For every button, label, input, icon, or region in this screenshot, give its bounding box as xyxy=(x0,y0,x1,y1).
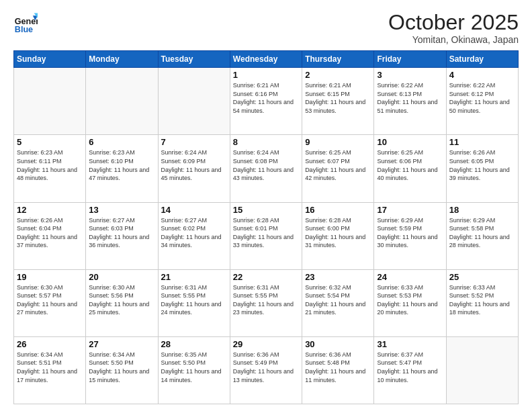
day-info: Sunrise: 6:25 AM Sunset: 6:06 PM Dayligh… xyxy=(377,148,443,182)
calendar-cell: 7Sunrise: 6:24 AM Sunset: 6:09 PM Daylig… xyxy=(158,135,230,202)
day-info: Sunrise: 6:29 AM Sunset: 5:59 PM Dayligh… xyxy=(377,216,443,250)
day-info: Sunrise: 6:26 AM Sunset: 6:05 PM Dayligh… xyxy=(449,148,515,182)
day-number: 6 xyxy=(89,137,154,147)
calendar-cell: 25Sunrise: 6:33 AM Sunset: 5:52 PM Dayli… xyxy=(446,269,518,336)
day-number: 22 xyxy=(233,272,299,282)
day-info: Sunrise: 6:22 AM Sunset: 6:13 PM Dayligh… xyxy=(377,81,443,115)
calendar-cell: 9Sunrise: 6:25 AM Sunset: 6:07 PM Daylig… xyxy=(302,135,374,202)
day-info: Sunrise: 6:30 AM Sunset: 5:56 PM Dayligh… xyxy=(89,283,154,317)
calendar-cell: 1Sunrise: 6:21 AM Sunset: 6:16 PM Daylig… xyxy=(230,68,302,135)
calendar-cell: 4Sunrise: 6:22 AM Sunset: 6:12 PM Daylig… xyxy=(446,68,518,135)
day-number: 27 xyxy=(89,339,154,349)
logo-icon: General Blue xyxy=(13,11,38,35)
location: Yomitan, Okinawa, Japan xyxy=(388,34,519,45)
day-info: Sunrise: 6:23 AM Sunset: 6:10 PM Dayligh… xyxy=(89,148,154,182)
week-row-1: 1Sunrise: 6:21 AM Sunset: 6:16 PM Daylig… xyxy=(14,68,519,135)
day-number: 5 xyxy=(17,137,83,147)
day-info: Sunrise: 6:29 AM Sunset: 5:58 PM Dayligh… xyxy=(449,216,515,250)
day-info: Sunrise: 6:31 AM Sunset: 5:55 PM Dayligh… xyxy=(161,283,227,317)
calendar-cell: 27Sunrise: 6:34 AM Sunset: 5:50 PM Dayli… xyxy=(86,336,158,404)
day-number: 11 xyxy=(449,137,515,147)
day-info: Sunrise: 6:21 AM Sunset: 6:15 PM Dayligh… xyxy=(305,81,371,115)
weekday-header-row: SundayMondayTuesdayWednesdayThursdayFrid… xyxy=(14,51,519,68)
calendar-table: SundayMondayTuesdayWednesdayThursdayFrid… xyxy=(13,50,519,404)
logo: General Blue xyxy=(13,11,40,35)
week-row-5: 26Sunrise: 6:34 AM Sunset: 5:51 PM Dayli… xyxy=(14,336,519,404)
day-number: 29 xyxy=(233,339,299,349)
day-info: Sunrise: 6:22 AM Sunset: 6:12 PM Dayligh… xyxy=(449,81,515,115)
day-info: Sunrise: 6:27 AM Sunset: 6:02 PM Dayligh… xyxy=(161,216,227,250)
day-number: 23 xyxy=(305,272,371,282)
day-info: Sunrise: 6:36 AM Sunset: 5:48 PM Dayligh… xyxy=(305,351,371,384)
calendar-cell: 29Sunrise: 6:36 AM Sunset: 5:49 PM Dayli… xyxy=(230,336,302,404)
day-info: Sunrise: 6:28 AM Sunset: 6:00 PM Dayligh… xyxy=(305,216,371,250)
calendar-cell: 28Sunrise: 6:35 AM Sunset: 5:50 PM Dayli… xyxy=(158,336,230,404)
day-info: Sunrise: 6:26 AM Sunset: 6:04 PM Dayligh… xyxy=(17,216,83,250)
calendar-cell: 8Sunrise: 6:24 AM Sunset: 6:08 PM Daylig… xyxy=(230,135,302,202)
day-info: Sunrise: 6:34 AM Sunset: 5:51 PM Dayligh… xyxy=(17,351,83,384)
day-number: 8 xyxy=(233,137,299,147)
day-info: Sunrise: 6:34 AM Sunset: 5:50 PM Dayligh… xyxy=(89,351,154,384)
day-number: 15 xyxy=(233,205,299,215)
day-info: Sunrise: 6:33 AM Sunset: 5:53 PM Dayligh… xyxy=(377,283,443,317)
calendar-cell: 26Sunrise: 6:34 AM Sunset: 5:51 PM Dayli… xyxy=(14,336,86,404)
day-number: 20 xyxy=(89,272,154,282)
day-info: Sunrise: 6:30 AM Sunset: 5:57 PM Dayligh… xyxy=(17,283,83,317)
weekday-header-thursday: Thursday xyxy=(302,51,374,68)
day-info: Sunrise: 6:33 AM Sunset: 5:52 PM Dayligh… xyxy=(449,283,515,317)
month-title: October 2025 xyxy=(388,11,519,34)
day-info: Sunrise: 6:32 AM Sunset: 5:54 PM Dayligh… xyxy=(305,283,371,317)
calendar-cell: 31Sunrise: 6:37 AM Sunset: 5:47 PM Dayli… xyxy=(374,336,446,404)
calendar-cell: 10Sunrise: 6:25 AM Sunset: 6:06 PM Dayli… xyxy=(374,135,446,202)
calendar-cell: 22Sunrise: 6:31 AM Sunset: 5:55 PM Dayli… xyxy=(230,269,302,336)
day-number: 1 xyxy=(233,70,299,80)
calendar-cell: 6Sunrise: 6:23 AM Sunset: 6:10 PM Daylig… xyxy=(86,135,158,202)
calendar-cell xyxy=(86,68,158,135)
day-number: 21 xyxy=(161,272,227,282)
calendar-cell: 30Sunrise: 6:36 AM Sunset: 5:48 PM Dayli… xyxy=(302,336,374,404)
weekday-header-tuesday: Tuesday xyxy=(158,51,230,68)
weekday-header-friday: Friday xyxy=(374,51,446,68)
weekday-header-saturday: Saturday xyxy=(446,51,518,68)
day-info: Sunrise: 6:31 AM Sunset: 5:55 PM Dayligh… xyxy=(233,283,299,317)
day-info: Sunrise: 6:35 AM Sunset: 5:50 PM Dayligh… xyxy=(161,351,227,384)
day-number: 7 xyxy=(161,137,227,147)
day-number: 19 xyxy=(17,272,83,282)
day-info: Sunrise: 6:24 AM Sunset: 6:09 PM Dayligh… xyxy=(161,148,227,182)
calendar-cell: 2Sunrise: 6:21 AM Sunset: 6:15 PM Daylig… xyxy=(302,68,374,135)
day-number: 3 xyxy=(377,70,443,80)
day-number: 24 xyxy=(377,272,443,282)
day-info: Sunrise: 6:36 AM Sunset: 5:49 PM Dayligh… xyxy=(233,351,299,384)
day-number: 31 xyxy=(377,339,443,349)
calendar-cell: 11Sunrise: 6:26 AM Sunset: 6:05 PM Dayli… xyxy=(446,135,518,202)
day-number: 13 xyxy=(89,205,154,215)
day-info: Sunrise: 6:24 AM Sunset: 6:08 PM Dayligh… xyxy=(233,148,299,182)
calendar-cell: 17Sunrise: 6:29 AM Sunset: 5:59 PM Dayli… xyxy=(374,202,446,269)
calendar-cell: 3Sunrise: 6:22 AM Sunset: 6:13 PM Daylig… xyxy=(374,68,446,135)
day-number: 28 xyxy=(161,339,227,349)
day-number: 17 xyxy=(377,205,443,215)
weekday-header-wednesday: Wednesday xyxy=(230,51,302,68)
weekday-header-sunday: Sunday xyxy=(14,51,86,68)
day-info: Sunrise: 6:37 AM Sunset: 5:47 PM Dayligh… xyxy=(377,351,443,384)
day-number: 16 xyxy=(305,205,371,215)
week-row-3: 12Sunrise: 6:26 AM Sunset: 6:04 PM Dayli… xyxy=(14,202,519,269)
calendar-cell: 5Sunrise: 6:23 AM Sunset: 6:11 PM Daylig… xyxy=(14,135,86,202)
calendar-cell: 12Sunrise: 6:26 AM Sunset: 6:04 PM Dayli… xyxy=(14,202,86,269)
day-info: Sunrise: 6:21 AM Sunset: 6:16 PM Dayligh… xyxy=(233,81,299,115)
day-number: 4 xyxy=(449,70,515,80)
day-info: Sunrise: 6:25 AM Sunset: 6:07 PM Dayligh… xyxy=(305,148,371,182)
calendar-cell xyxy=(14,68,86,135)
calendar-cell: 15Sunrise: 6:28 AM Sunset: 6:01 PM Dayli… xyxy=(230,202,302,269)
day-number: 14 xyxy=(161,205,227,215)
day-info: Sunrise: 6:28 AM Sunset: 6:01 PM Dayligh… xyxy=(233,216,299,250)
day-info: Sunrise: 6:27 AM Sunset: 6:03 PM Dayligh… xyxy=(89,216,154,250)
weekday-header-monday: Monday xyxy=(86,51,158,68)
calendar-cell xyxy=(158,68,230,135)
title-block: October 2025 Yomitan, Okinawa, Japan xyxy=(388,11,519,45)
day-number: 12 xyxy=(17,205,83,215)
day-number: 10 xyxy=(377,137,443,147)
calendar-cell: 19Sunrise: 6:30 AM Sunset: 5:57 PM Dayli… xyxy=(14,269,86,336)
svg-text:Blue: Blue xyxy=(15,25,33,34)
week-row-2: 5Sunrise: 6:23 AM Sunset: 6:11 PM Daylig… xyxy=(14,135,519,202)
